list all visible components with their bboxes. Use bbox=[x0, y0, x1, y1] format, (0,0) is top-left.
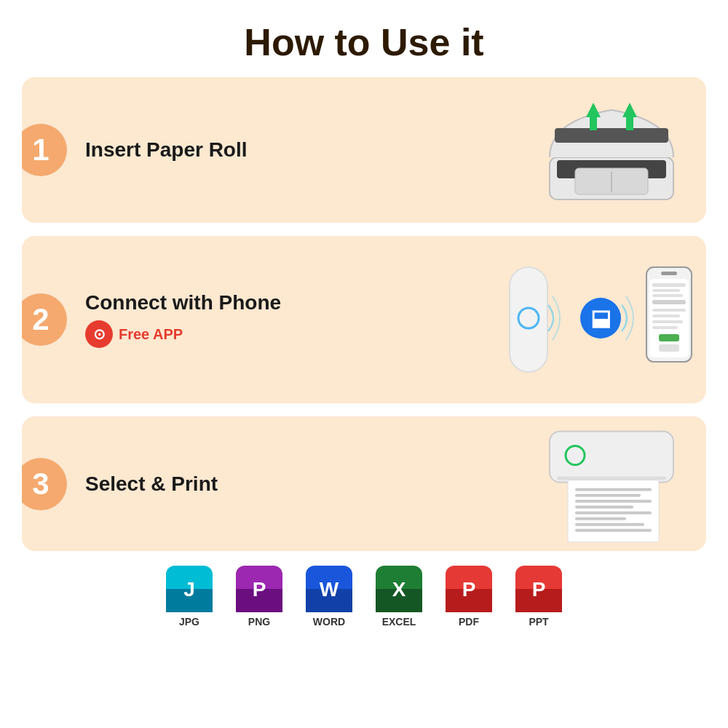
svg-rect-54 bbox=[376, 604, 422, 612]
ppt-label: PPT bbox=[529, 616, 548, 628]
step-3-image bbox=[535, 424, 688, 544]
ppt-icon-svg: P bbox=[515, 566, 562, 612]
svg-rect-16 bbox=[661, 272, 677, 275]
step-1-image bbox=[539, 92, 684, 208]
pdf-label: PDF bbox=[459, 616, 479, 628]
svg-text:⊙: ⊙ bbox=[93, 326, 106, 342]
app-icon-svg: ⊙ bbox=[85, 320, 113, 348]
svg-marker-6 bbox=[622, 103, 637, 117]
printing-svg bbox=[535, 424, 688, 544]
svg-rect-4 bbox=[555, 128, 668, 143]
svg-rect-25 bbox=[652, 314, 680, 317]
svg-rect-30 bbox=[557, 476, 666, 480]
svg-rect-18 bbox=[652, 283, 686, 287]
step-2-number: 2 bbox=[22, 293, 67, 346]
page-title: How to Use it bbox=[0, 0, 728, 77]
svg-rect-23 bbox=[659, 344, 679, 352]
step-3-number: 3 bbox=[22, 458, 67, 510]
steps-container: 1 Insert Paper Roll bbox=[0, 77, 728, 551]
jpg-icon-svg: J bbox=[166, 566, 213, 612]
svg-rect-33 bbox=[575, 494, 641, 496]
svg-rect-38 bbox=[575, 523, 644, 526]
svg-text:X: X bbox=[392, 578, 406, 601]
svg-rect-39 bbox=[575, 529, 652, 531]
svg-rect-62 bbox=[515, 604, 562, 612]
svg-rect-50 bbox=[306, 604, 352, 612]
svg-rect-46 bbox=[236, 604, 282, 612]
file-icon-excel: X EXCEL bbox=[376, 566, 422, 628]
svg-text:⬓: ⬓ bbox=[590, 306, 611, 330]
jpg-label: JPG bbox=[179, 616, 199, 628]
svg-marker-5 bbox=[586, 103, 601, 117]
file-icon-png: P PNG bbox=[236, 566, 282, 628]
svg-rect-27 bbox=[652, 326, 678, 329]
svg-rect-26 bbox=[652, 320, 683, 323]
file-icon-word: W WORD bbox=[306, 566, 352, 628]
bluetooth-scene-svg: ⬓ bbox=[506, 247, 695, 392]
svg-rect-20 bbox=[652, 294, 683, 297]
svg-rect-35 bbox=[575, 505, 633, 508]
step-2-card: 2 Connect with Phone ⊙ Free APP bbox=[22, 236, 706, 403]
svg-rect-37 bbox=[575, 517, 626, 520]
svg-rect-7 bbox=[590, 117, 597, 130]
svg-rect-36 bbox=[575, 511, 652, 514]
svg-rect-58 bbox=[446, 604, 492, 612]
svg-rect-8 bbox=[626, 117, 633, 130]
svg-text:P: P bbox=[253, 578, 266, 601]
svg-text:W: W bbox=[320, 578, 339, 601]
file-icon-ppt: P PPT bbox=[515, 566, 562, 628]
svg-rect-28 bbox=[550, 431, 673, 482]
svg-rect-19 bbox=[652, 289, 680, 292]
svg-rect-22 bbox=[659, 334, 679, 341]
png-label: PNG bbox=[248, 616, 270, 628]
svg-rect-11 bbox=[510, 267, 547, 372]
pdf-icon-svg: P bbox=[446, 566, 492, 612]
step-1-number: 1 bbox=[22, 124, 67, 176]
svg-text:P: P bbox=[532, 578, 546, 601]
svg-text:P: P bbox=[462, 578, 476, 601]
word-icon-svg: W bbox=[306, 566, 352, 612]
step-3-card: 3 Select & Print bbox=[22, 416, 706, 551]
svg-rect-32 bbox=[575, 488, 652, 491]
svg-text:J: J bbox=[183, 578, 195, 601]
file-icons-row: J JPG P PNG W WORD X EXCEL bbox=[0, 551, 728, 635]
png-icon-svg: P bbox=[236, 566, 282, 612]
word-label: WORD bbox=[313, 616, 345, 628]
file-icon-pdf: P PDF bbox=[446, 566, 492, 628]
free-app-label: Free APP bbox=[119, 326, 183, 343]
step-2-image: ⬓ bbox=[506, 247, 695, 392]
excel-label: EXCEL bbox=[382, 616, 416, 628]
svg-rect-21 bbox=[652, 300, 686, 304]
excel-icon-svg: X bbox=[376, 566, 422, 612]
file-icon-jpg: J JPG bbox=[166, 566, 213, 628]
printer-open-svg bbox=[539, 92, 684, 208]
svg-rect-24 bbox=[652, 309, 686, 312]
svg-rect-34 bbox=[575, 499, 652, 502]
step-1-card: 1 Insert Paper Roll bbox=[22, 77, 706, 223]
svg-rect-42 bbox=[166, 604, 213, 612]
